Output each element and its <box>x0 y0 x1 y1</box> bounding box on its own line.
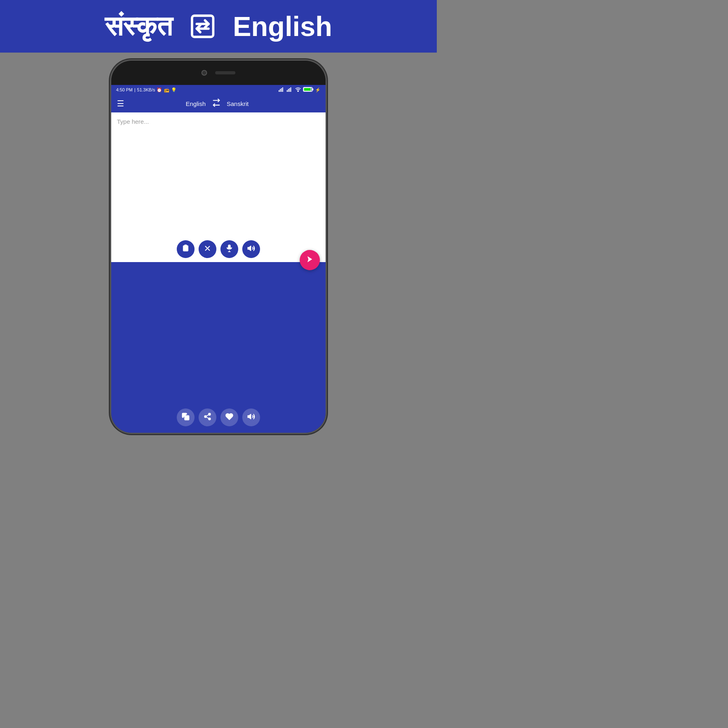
volume-input-button[interactable] <box>242 240 260 258</box>
phone-wrapper: 4:50 PM | 51.3KB/s ⏰ 📻 💡 <box>111 53 326 437</box>
svg-rect-14 <box>183 245 188 251</box>
battery-icon <box>303 87 313 93</box>
banner-source-lang[interactable]: संस्कृत <box>105 10 172 43</box>
output-toolbar <box>111 404 326 433</box>
svg-rect-5 <box>287 90 288 92</box>
svg-line-28 <box>206 417 209 418</box>
svg-point-9 <box>298 91 298 92</box>
output-area <box>111 262 326 433</box>
input-area: Type here... <box>111 112 326 262</box>
phone-speaker <box>215 71 235 74</box>
lightning-icon: ⚡ <box>315 87 321 93</box>
svg-marker-23 <box>308 256 312 262</box>
svg-rect-12 <box>304 88 311 91</box>
status-right: ⚡ <box>279 87 321 93</box>
svg-rect-11 <box>312 89 313 90</box>
share-output-button[interactable] <box>199 408 216 426</box>
text-input-placeholder: Type here... <box>117 118 149 125</box>
signal-icon2 <box>287 87 293 93</box>
phone: 4:50 PM | 51.3KB/s ⏰ 📻 💡 <box>111 61 326 433</box>
app-bar-source-lang[interactable]: English <box>186 100 205 107</box>
svg-rect-0 <box>192 16 213 37</box>
status-time: 4:50 PM <box>116 87 133 92</box>
status-icon2: 📻 <box>164 87 169 93</box>
svg-rect-7 <box>289 88 290 92</box>
svg-marker-30 <box>248 414 251 419</box>
app-bar-langs: English Sanskrit <box>186 99 248 108</box>
wifi-icon <box>295 87 301 93</box>
status-bar: 4:50 PM | 51.3KB/s ⏰ 📻 💡 <box>111 85 326 95</box>
svg-rect-6 <box>288 89 289 92</box>
send-icon <box>306 256 313 265</box>
favorite-output-button[interactable] <box>220 408 238 426</box>
app-bar-swap-icon[interactable] <box>212 99 220 108</box>
svg-rect-1 <box>279 90 279 92</box>
signal-icon <box>279 87 285 93</box>
status-left: 4:50 PM | 51.3KB/s ⏰ 📻 💡 <box>116 87 177 93</box>
volume-output-icon <box>247 413 255 422</box>
copy-icon <box>182 413 190 422</box>
share-icon <box>203 413 212 422</box>
volume-output-button[interactable] <box>242 408 260 426</box>
status-icon3: 💡 <box>171 87 177 93</box>
banner-swap-icon[interactable] <box>188 12 217 40</box>
app-bar-target-lang[interactable]: Sanskrit <box>227 100 249 107</box>
status-network-speed: 51.3KB/s <box>137 87 155 92</box>
svg-rect-2 <box>280 89 281 92</box>
close-icon <box>203 244 212 254</box>
svg-rect-3 <box>281 88 282 92</box>
heart-icon <box>225 413 233 422</box>
banner-target-lang[interactable]: English <box>233 11 332 42</box>
volume-icon <box>247 244 255 254</box>
mic-button[interactable] <box>220 240 238 258</box>
top-banner: संस्कृत English <box>0 0 437 53</box>
svg-rect-24 <box>185 416 189 420</box>
clipboard-icon <box>182 244 190 254</box>
clipboard-button[interactable] <box>177 240 195 258</box>
svg-marker-22 <box>248 246 251 251</box>
status-speed: | <box>134 87 135 92</box>
phone-top <box>111 61 326 85</box>
svg-rect-4 <box>282 87 283 92</box>
front-camera <box>201 70 207 76</box>
app-bar: ☰ English Sanskrit <box>111 95 326 112</box>
copy-output-button[interactable] <box>177 408 195 426</box>
status-clock-icon: ⏰ <box>157 87 162 93</box>
clear-button[interactable] <box>199 240 216 258</box>
hamburger-menu[interactable]: ☰ <box>117 99 124 108</box>
svg-line-29 <box>206 415 209 416</box>
svg-rect-8 <box>290 87 291 92</box>
input-toolbar <box>111 236 326 262</box>
mic-icon <box>225 244 233 254</box>
text-input-field[interactable]: Type here... <box>111 112 326 236</box>
send-button[interactable] <box>300 250 320 270</box>
